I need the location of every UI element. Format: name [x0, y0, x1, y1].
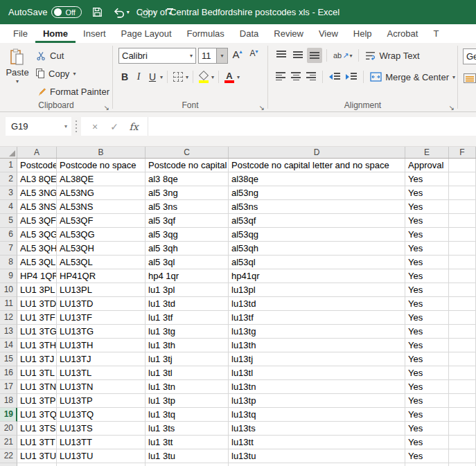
cell-F17[interactable] — [449, 380, 476, 394]
cell-E11[interactable]: Yes — [405, 297, 449, 311]
cell-D9[interactable]: hp41qr — [229, 269, 405, 283]
row-header-6[interactable]: 6 — [0, 228, 17, 242]
cell-B10[interactable]: LU13PL — [57, 283, 146, 297]
cell-C10[interactable]: lu1 3pl — [146, 283, 229, 297]
cell-D21[interactable]: lu13tt — [229, 436, 405, 449]
tab-insert[interactable]: Insert — [76, 24, 114, 43]
cell-B3[interactable]: AL53NG — [57, 186, 146, 200]
cell-A11[interactable]: LU1 3TD — [17, 297, 57, 311]
select-all-button[interactable] — [0, 147, 17, 158]
tab-home[interactable]: Home — [35, 24, 76, 43]
borders-button[interactable] — [172, 69, 184, 84]
cell-F13[interactable] — [449, 325, 476, 339]
increase-font-size-button[interactable]: A ▴ — [230, 48, 245, 64]
cell-A23[interactable] — [17, 463, 57, 466]
cell-B17[interactable]: LU13TN — [57, 380, 146, 394]
middle-align-button[interactable] — [290, 48, 306, 63]
cell-E3[interactable]: Yes — [405, 186, 449, 200]
cancel-button[interactable]: × — [85, 121, 105, 132]
cell-C21[interactable]: lu1 3tt — [146, 436, 229, 449]
cell-C4[interactable]: al5 3ns — [146, 200, 229, 214]
bold-button[interactable]: B — [118, 69, 131, 84]
cell-D2[interactable]: al38qe — [229, 172, 405, 186]
undo-chevron-icon[interactable]: ▾ — [127, 9, 130, 15]
cell-B21[interactable]: LU13TT — [57, 436, 146, 449]
cell-F9[interactable] — [449, 269, 476, 283]
underline-button[interactable]: U — [146, 69, 159, 84]
cell-E8[interactable]: Yes — [405, 256, 449, 269]
cell-E1[interactable]: Approval — [405, 159, 449, 172]
cell-C17[interactable]: lu1 3tn — [146, 380, 229, 394]
enter-button[interactable]: ✓ — [105, 121, 124, 132]
column-header-D[interactable]: D — [229, 147, 405, 158]
cell-D7[interactable]: al53qh — [229, 242, 405, 256]
cell-F5[interactable] — [449, 214, 476, 228]
cell-A22[interactable]: LU1 3TU — [17, 449, 57, 463]
cell-F8[interactable] — [449, 256, 476, 269]
undo-button[interactable]: ▾ — [113, 7, 130, 18]
cell-C23[interactable] — [146, 463, 229, 466]
align-right-button[interactable] — [304, 69, 318, 84]
cell-A20[interactable]: LU1 3TS — [17, 422, 57, 436]
cell-A17[interactable]: LU1 3TN — [17, 380, 57, 394]
redo-button[interactable]: ▾ — [139, 7, 156, 18]
cell-B5[interactable]: AL53QF — [57, 214, 146, 228]
column-header-F[interactable]: F — [449, 147, 476, 158]
font-size-dropdown-button[interactable]: ▾ — [217, 48, 228, 64]
italic-button[interactable]: I — [132, 69, 145, 84]
cell-C14[interactable]: lu1 3th — [146, 339, 229, 352]
tab-view[interactable]: View — [311, 24, 346, 43]
cell-A5[interactable]: AL5 3QF — [17, 214, 57, 228]
cell-B14[interactable]: LU13TH — [57, 339, 146, 352]
cell-A13[interactable]: LU1 3TG — [17, 325, 57, 339]
row-header-10[interactable]: 10 — [0, 283, 17, 297]
cell-A6[interactable]: AL5 3QG — [17, 228, 57, 242]
cell-B20[interactable]: LU13TS — [57, 422, 146, 436]
cell-F15[interactable] — [449, 352, 476, 366]
cell-F19[interactable] — [449, 408, 476, 422]
cell-F11[interactable] — [449, 297, 476, 311]
cell-A15[interactable]: LU1 3TJ — [17, 352, 57, 366]
cell-F23[interactable] — [449, 463, 476, 466]
cell-C12[interactable]: lu1 3tf — [146, 311, 229, 325]
top-align-button[interactable] — [274, 48, 289, 63]
cell-B12[interactable]: LU13TF — [57, 311, 146, 325]
cell-B13[interactable]: LU13TG — [57, 325, 146, 339]
cell-A18[interactable]: LU1 3TP — [17, 394, 57, 408]
cell-D18[interactable]: lu13tp — [229, 394, 405, 408]
borders-chevron-icon[interactable]: ▾ — [186, 74, 188, 80]
cell-B23[interactable] — [57, 463, 146, 466]
cell-E9[interactable]: Yes — [405, 269, 449, 283]
wrap-text-button[interactable]: Wrap Text — [363, 51, 421, 61]
cell-D8[interactable]: al53ql — [229, 256, 405, 269]
cell-A4[interactable]: AL5 3NS — [17, 200, 57, 214]
decrease-font-size-button[interactable]: A ▾ — [247, 48, 261, 64]
merge-center-button[interactable]: Merge & Center ▾ — [368, 72, 457, 82]
align-left-button[interactable] — [274, 69, 288, 84]
cell-E2[interactable]: Yes — [405, 172, 449, 186]
cell-F3[interactable] — [449, 186, 476, 200]
cell-E21[interactable]: Yes — [405, 436, 449, 449]
cell-F14[interactable] — [449, 339, 476, 352]
cell-D13[interactable]: lu13tg — [229, 325, 405, 339]
cell-A12[interactable]: LU1 3TF — [17, 311, 57, 325]
cell-E5[interactable]: Yes — [405, 214, 449, 228]
paste-button[interactable]: Paste ▾ — [4, 46, 30, 100]
cell-B15[interactable]: LU13TJ — [57, 352, 146, 366]
cell-C1[interactable]: Postcode no capital — [146, 159, 229, 172]
cell-D23[interactable] — [229, 463, 405, 466]
cell-E10[interactable]: Yes — [405, 283, 449, 297]
cell-E22[interactable]: Yes — [405, 449, 449, 463]
font-dialog-launcher-icon[interactable]: ↘ — [259, 104, 265, 111]
cell-D15[interactable]: lu13tj — [229, 352, 405, 366]
cell-C19[interactable]: lu1 3tq — [146, 408, 229, 422]
cell-B9[interactable]: HP41QR — [57, 269, 146, 283]
cell-D22[interactable]: lu13tu — [229, 449, 405, 463]
row-header-11[interactable]: 11 — [0, 297, 17, 311]
row-header-14[interactable]: 14 — [0, 339, 17, 352]
cell-F6[interactable] — [449, 228, 476, 242]
row-header-16[interactable]: 16 — [0, 366, 17, 380]
cell-C22[interactable]: lu1 3tu — [146, 449, 229, 463]
row-header-2[interactable]: 2 — [0, 172, 17, 186]
fill-color-button[interactable] — [197, 69, 210, 84]
